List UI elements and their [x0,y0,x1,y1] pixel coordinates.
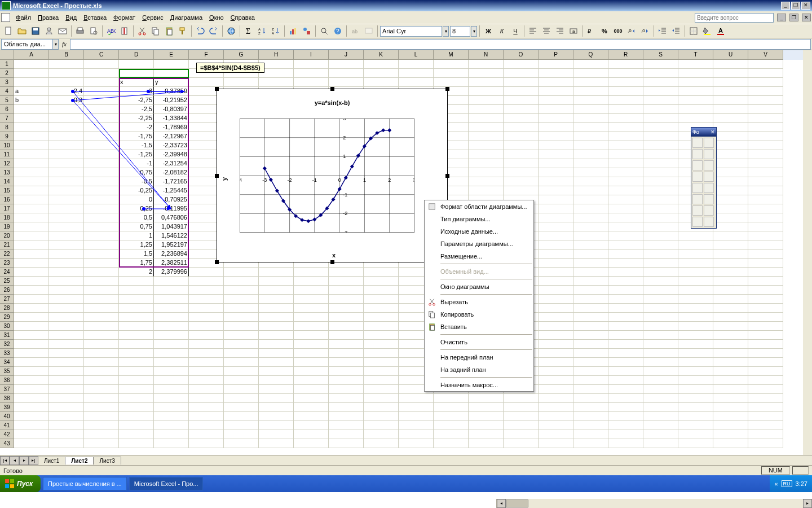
cell-S34[interactable] [643,358,678,367]
cell-B11[interactable] [49,150,84,159]
cell-E43[interactable] [154,439,189,448]
cell-R26[interactable] [608,286,643,295]
cell-B18[interactable] [49,213,84,222]
cell-C13[interactable] [84,168,119,177]
cell-P36[interactable] [539,376,573,385]
cell-V15[interactable] [748,186,783,195]
cell-I39[interactable] [294,403,329,412]
cell-A2[interactable] [14,69,49,78]
cell-Q19[interactable] [573,222,608,231]
cell-E36[interactable] [154,376,189,385]
cell-B37[interactable] [49,385,84,394]
row-header-38[interactable]: 38 [0,394,14,403]
cell-T20[interactable] [678,231,713,240]
cell-S19[interactable] [643,222,678,231]
cell-L43[interactable] [399,439,434,448]
cell-K41[interactable] [364,421,399,430]
decrease-indent-button[interactable] [656,25,669,37]
cell-S13[interactable] [643,168,678,177]
cell-S7[interactable] [643,114,678,123]
cell-T35[interactable] [678,367,713,376]
cell-C25[interactable] [84,277,119,286]
cell-P35[interactable] [539,367,573,376]
row-header-6[interactable]: 6 [0,105,14,114]
cell-N1[interactable] [469,60,504,69]
cell-R24[interactable] [608,268,643,277]
cell-A7[interactable] [14,114,49,123]
cell-F29[interactable] [189,313,224,322]
ctx-тип-диаграммы[interactable]: Тип диаграммы... [425,213,533,225]
cell-S28[interactable] [643,304,678,313]
cell-S1[interactable] [643,60,678,69]
cell-B43[interactable] [49,439,84,448]
cell-O9[interactable] [504,132,539,141]
cell-U4[interactable] [713,87,748,96]
cell-B2[interactable] [49,69,84,78]
cell-R1[interactable] [608,60,643,69]
cell-R35[interactable] [608,367,643,376]
cell-E33[interactable] [154,349,189,358]
cell-B7[interactable] [49,114,84,123]
cell-R42[interactable] [608,430,643,439]
cell-A11[interactable] [14,150,49,159]
cell-S14[interactable] [643,177,678,186]
cell-A14[interactable] [14,177,49,186]
cell-F30[interactable] [189,322,224,331]
cell-R32[interactable] [608,340,643,349]
cell-T36[interactable] [678,376,713,385]
cell-F33[interactable] [189,349,224,358]
cell-N39[interactable] [469,403,504,412]
cell-A24[interactable] [14,268,49,277]
combo-control-button[interactable] [704,172,714,182]
cell-T22[interactable] [678,249,713,259]
cell-V43[interactable] [748,439,783,448]
cell-S32[interactable] [643,340,678,349]
cell-D37[interactable] [119,385,154,394]
cell-N12[interactable] [469,159,504,168]
cell-H27[interactable] [259,295,294,304]
cell-P6[interactable] [539,105,573,114]
cell-C10[interactable] [84,141,119,150]
cell-R14[interactable] [608,177,643,186]
cell-O8[interactable] [504,123,539,132]
row-header-2[interactable]: 2 [0,69,14,78]
cell-C15[interactable] [84,186,119,195]
cell-A43[interactable] [14,439,49,448]
cell-T4[interactable] [678,87,713,96]
cell-U28[interactable] [713,304,748,313]
cell-N2[interactable] [469,69,504,78]
cell-Q38[interactable] [573,394,608,403]
cell-Q11[interactable] [573,150,608,159]
cell-R18[interactable] [608,213,643,222]
cell-D10[interactable]: -1,5 [119,141,154,150]
cell-D2[interactable] [119,69,154,78]
select-all-corner[interactable] [0,50,14,60]
cell-S23[interactable] [643,259,678,268]
col-header-O[interactable]: O [504,50,539,60]
cell-U12[interactable] [713,159,748,168]
cell-J42[interactable] [329,430,364,439]
row-header-17[interactable]: 17 [0,204,14,213]
cell-U27[interactable] [713,295,748,304]
cell-H35[interactable] [259,367,294,376]
row-header-26[interactable]: 26 [0,286,14,295]
cell-L3[interactable] [399,78,434,87]
cell-E2[interactable] [154,69,189,78]
cell-Q5[interactable] [573,96,608,105]
cell-B21[interactable] [49,240,84,249]
cell-M43[interactable] [434,439,469,448]
cell-E38[interactable] [154,394,189,403]
sort-desc-button[interactable]: ZA [270,25,282,37]
cell-E6[interactable]: -0,80397 [154,105,189,114]
cell-R28[interactable] [608,304,643,313]
row-header-43[interactable]: 43 [0,439,14,448]
cell-T23[interactable] [678,259,713,268]
cell-J31[interactable] [329,331,364,340]
cell-K37[interactable] [364,385,399,394]
cell-C30[interactable] [84,322,119,331]
cell-O15[interactable] [504,186,539,195]
cell-P21[interactable] [539,240,573,249]
tray-arrow-icon[interactable]: « [774,480,778,487]
cell-V34[interactable] [748,358,783,367]
cell-P22[interactable] [539,249,573,259]
